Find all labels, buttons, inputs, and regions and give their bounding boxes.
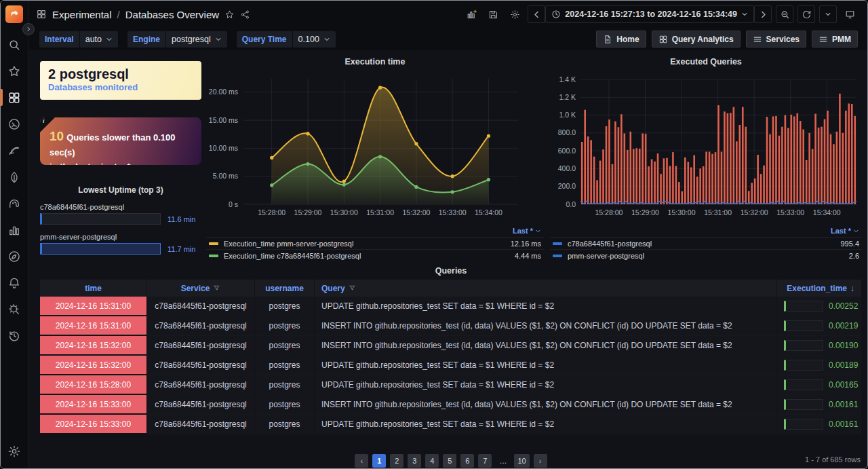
legend-item[interactable]: Execution_time pmm-server-postgresql12.1… bbox=[206, 237, 544, 249]
cell-execution-time[interactable]: 0.00165 bbox=[777, 375, 862, 395]
sidebar-item-operating-system[interactable] bbox=[1, 111, 28, 137]
cell-service[interactable]: c78a68445f61-postgresql bbox=[147, 336, 255, 356]
cell-execution-time[interactable]: 0.00190 bbox=[777, 336, 862, 356]
sidebar-item-query-analytics[interactable] bbox=[1, 217, 28, 243]
pagination-page-10[interactable]: 10 bbox=[514, 454, 529, 468]
sidebar-item-settings[interactable] bbox=[1, 438, 28, 464]
kiosk-mode-button[interactable] bbox=[841, 5, 859, 23]
cell-username[interactable]: postgres bbox=[255, 375, 315, 395]
cell-execution-time[interactable]: 0.00161 bbox=[777, 395, 862, 415]
cell-query[interactable]: UPDATE github.repositories_test SET data… bbox=[315, 356, 777, 375]
execution-time-title[interactable]: Execution time bbox=[206, 57, 544, 71]
queries-table-title[interactable]: Queries bbox=[40, 266, 862, 280]
share-icon[interactable] bbox=[240, 10, 250, 20]
sidebar-item-dashboards[interactable] bbox=[1, 84, 28, 111]
execution-time-chart[interactable]: 20.00 ms15.00 ms10.00 ms5.00 ms0 s15:28:… bbox=[206, 71, 544, 225]
favorite-star-icon[interactable] bbox=[224, 10, 235, 20]
cell-time[interactable]: 2024-12-16 15:32:00 bbox=[40, 336, 147, 356]
cell-username[interactable]: postgres bbox=[255, 316, 315, 336]
pagination-page-3[interactable]: 3 bbox=[408, 454, 421, 468]
column-header-query[interactable]: Query bbox=[315, 280, 777, 297]
cell-service[interactable]: c78a68445f61-postgresql bbox=[147, 375, 255, 395]
add-panel-button[interactable] bbox=[462, 5, 480, 23]
pagination-prev-button[interactable]: ‹ bbox=[355, 454, 368, 468]
dashboard-settings-button[interactable] bbox=[506, 5, 524, 23]
cell-time[interactable]: 2024-12-16 15:28:00 bbox=[40, 375, 147, 395]
breadcrumb-section[interactable]: Experimental bbox=[52, 9, 112, 20]
pmm-logo[interactable] bbox=[5, 5, 23, 23]
nav-button-pmm[interactable]: PMM bbox=[812, 31, 858, 48]
filter-value-dropdown[interactable]: auto bbox=[80, 31, 118, 48]
cell-username[interactable]: postgres bbox=[255, 395, 315, 415]
cell-service[interactable]: c78a68445f61-postgresql bbox=[147, 356, 255, 375]
cell-time[interactable]: 2024-12-16 15:33:00 bbox=[40, 395, 147, 415]
cell-time[interactable]: 2024-12-16 15:32:00 bbox=[40, 356, 147, 375]
cell-execution-time[interactable]: 0.00189 bbox=[777, 356, 862, 375]
pagination-page-4[interactable]: 4 bbox=[425, 454, 439, 468]
filter-icon[interactable] bbox=[349, 284, 356, 292]
executed-queries-chart[interactable]: 1.4 K1.2 K1.0 K800.0600.0400.0200.00.015… bbox=[550, 71, 862, 225]
nav-button-services[interactable]: Services bbox=[746, 31, 806, 48]
pagination-next-button[interactable]: › bbox=[534, 454, 547, 468]
legend-sort-dropdown[interactable]: Last * bbox=[550, 227, 862, 237]
pagination-page-1[interactable]: 1 bbox=[372, 454, 386, 468]
cell-username[interactable]: postgres bbox=[255, 336, 315, 356]
filter-icon[interactable] bbox=[213, 284, 220, 292]
column-header-time[interactable]: time bbox=[40, 280, 147, 297]
sidebar-item-search[interactable] bbox=[1, 31, 28, 58]
sidebar-item-starred[interactable] bbox=[1, 58, 28, 84]
zoom-out-time-button[interactable] bbox=[776, 5, 793, 23]
column-header-execution_time[interactable]: Execution_time↓ bbox=[777, 280, 862, 297]
breadcrumb-page[interactable]: Databases Overview bbox=[125, 9, 219, 20]
uptime-gauge-bar[interactable] bbox=[40, 243, 161, 255]
cell-username[interactable]: postgres bbox=[255, 356, 315, 375]
cell-query[interactable]: INSERT INTO github.repositories_test (id… bbox=[315, 395, 777, 415]
save-dashboard-button[interactable] bbox=[484, 5, 502, 23]
cell-service[interactable]: c78a68445f61-postgresql bbox=[147, 297, 255, 316]
legend-item[interactable]: pmm-server-postgresql2.6 bbox=[550, 249, 862, 261]
nav-button-query-analytics[interactable]: Query Analytics bbox=[652, 31, 741, 48]
cell-service[interactable]: c78a68445f61-postgresql bbox=[147, 316, 255, 336]
nav-button-home[interactable]: Home bbox=[596, 31, 646, 48]
sidebar-item-advisors[interactable] bbox=[1, 296, 28, 322]
cell-username[interactable]: postgres bbox=[255, 297, 315, 316]
sidebar-item-mongodb[interactable] bbox=[1, 164, 28, 190]
sidebar-item-postgresql[interactable] bbox=[1, 190, 28, 217]
filter-value-dropdown[interactable]: postgresql bbox=[166, 31, 227, 48]
pagination-page-5[interactable]: 5 bbox=[443, 454, 456, 468]
time-shift-back-button[interactable] bbox=[528, 5, 545, 23]
sidebar-item-history[interactable] bbox=[1, 322, 28, 349]
pagination-page-6[interactable]: 6 bbox=[460, 454, 474, 468]
filter-value-dropdown[interactable]: 0.100 bbox=[293, 31, 336, 48]
cell-execution-time[interactable]: 0.00219 bbox=[777, 316, 862, 336]
legend-item[interactable]: Execution_time c78a68445f61-postgresql4.… bbox=[206, 249, 544, 261]
legend-sort-dropdown[interactable]: Last * bbox=[206, 227, 544, 237]
sidebar-item-explore[interactable] bbox=[1, 243, 28, 269]
cell-time[interactable]: 2024-12-16 15:33:00 bbox=[40, 415, 147, 434]
cell-query[interactable]: UPDATE github.repositories_test SET data… bbox=[315, 375, 777, 395]
refresh-interval-dropdown[interactable] bbox=[819, 5, 837, 23]
cell-service[interactable]: c78a68445f61-postgresql bbox=[147, 415, 255, 434]
cell-execution-time[interactable]: 0.00252 bbox=[777, 297, 862, 316]
legend-item[interactable]: c78a68445f61-postgresql995.4 bbox=[550, 237, 862, 249]
cell-query[interactable]: UPDATE github.repositories_test SET data… bbox=[315, 415, 777, 434]
sidebar-expand-button[interactable] bbox=[22, 23, 35, 35]
sidebar-item-mysql[interactable] bbox=[1, 137, 28, 164]
cell-query[interactable]: INSERT INTO github.repositories_test (id… bbox=[315, 316, 777, 336]
column-header-username[interactable]: username bbox=[255, 280, 315, 297]
pagination-page-7[interactable]: 7 bbox=[478, 454, 492, 468]
cell-time[interactable]: 2024-12-16 15:31:00 bbox=[40, 316, 147, 336]
pagination-page-2[interactable]: 2 bbox=[390, 454, 403, 468]
column-header-service[interactable]: Service bbox=[147, 280, 255, 297]
cell-time[interactable]: 2024-12-16 15:31:00 bbox=[40, 297, 147, 316]
refresh-button[interactable] bbox=[797, 5, 815, 23]
cell-execution-time[interactable]: 0.00161 bbox=[777, 415, 862, 434]
cell-service[interactable]: c78a68445f61-postgresql bbox=[147, 395, 255, 415]
sidebar-item-alerting[interactable] bbox=[1, 269, 28, 296]
time-range-picker[interactable]: 2024-12-16 15:27:13 to 2024-12-16 15:34:… bbox=[545, 5, 754, 23]
uptime-gauge-bar[interactable] bbox=[40, 213, 161, 225]
cell-query[interactable]: UPDATE github.repositories_test SET data… bbox=[315, 297, 777, 316]
cell-username[interactable]: postgres bbox=[255, 415, 315, 434]
cell-query[interactable]: INSERT INTO github.repositories_test (id… bbox=[315, 336, 777, 356]
time-shift-forward-button[interactable] bbox=[754, 5, 772, 23]
